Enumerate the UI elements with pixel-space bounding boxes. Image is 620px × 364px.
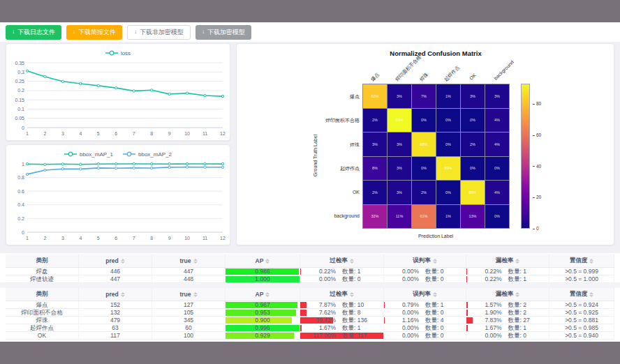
column-header-漏检率[interactable]: 漏检率 — [466, 255, 549, 267]
download-log-button[interactable]: ↓ 下载日志文件 — [6, 25, 61, 40]
pred-count-cell: 132 — [79, 309, 152, 317]
rate-values: 7.62%数量: 8 — [300, 309, 383, 316]
confusion-matrix-grid: 82%3%7%1%3%3%2%93%0%0%0%4%3%3%88%0%2%4%8… — [362, 84, 510, 229]
overdetect-rate-cell: 1.67%数量: 1 — [300, 324, 384, 332]
class-name-cell: 焊盘 — [6, 268, 79, 275]
column-header-误判率[interactable]: 误判率 — [384, 255, 466, 267]
rate-values: 7.87%数量: 10 — [300, 301, 383, 308]
matrix-cell: 3% — [388, 84, 412, 109]
svg-text:3: 3 — [61, 131, 64, 136]
download-report-button[interactable]: ↓ 下载简报文件 — [66, 25, 122, 40]
svg-text:1: 1 — [26, 131, 29, 136]
colorbar-tick: 60 — [533, 132, 541, 137]
svg-text:7: 7 — [133, 236, 135, 241]
matrix-cell: 7% — [412, 84, 436, 109]
matrix-cell: 32% — [363, 205, 388, 229]
misjudge-rate-cell: 0.00%数量: 0 — [384, 275, 466, 283]
ap-value: 1.000 — [226, 275, 300, 282]
matrix-cell: 0% — [485, 157, 510, 181]
column-header-置信度[interactable]: 置信度 — [549, 288, 614, 301]
column-header-label: 漏检率 — [496, 290, 514, 298]
true-count-cell: 60 — [152, 324, 226, 332]
matrix-cell: 2% — [363, 181, 388, 205]
sort-caret-icon — [350, 259, 354, 264]
ap-value: 0.967 — [226, 301, 300, 308]
svg-text:5: 5 — [97, 131, 100, 136]
column-header-置信度[interactable]: 置信度 — [549, 255, 614, 267]
miss-rate-cell: 0.22%数量: 1 — [466, 275, 549, 283]
ap-value: 0.929 — [226, 332, 300, 339]
svg-text:0.25: 0.25 — [15, 79, 24, 84]
svg-text:0.05: 0.05 — [15, 116, 24, 121]
svg-text:11: 11 — [202, 236, 207, 241]
column-header-AP[interactable]: AP — [226, 255, 300, 267]
column-header-true[interactable]: true — [152, 255, 226, 267]
column-header-AP[interactable]: AP — [226, 288, 300, 301]
svg-text:0.6: 0.6 — [17, 189, 24, 194]
sort-caret-icon — [265, 292, 270, 297]
column-header-漏检率[interactable]: 漏检率 — [466, 288, 549, 301]
column-header-pred[interactable]: pred — [79, 288, 152, 301]
column-header-类别: 类别 — [6, 288, 79, 301]
rate-values: 117.00%数量: 117 — [300, 332, 383, 339]
rate-values: 1.16%数量: 4 — [384, 317, 466, 324]
confidence-cell: >0.5 = 0.924 — [549, 301, 614, 309]
matrix-cell: 0% — [412, 109, 436, 133]
rate-values: 0.22%数量: 1 — [466, 275, 549, 282]
window-chrome-bottom — [0, 342, 620, 364]
column-header-过检率[interactable]: 过检率 — [300, 288, 384, 301]
download-icon: ↓ — [12, 29, 15, 35]
sort-caret-icon — [515, 292, 519, 297]
confidence-cell: >0.5 = 0.925 — [549, 309, 614, 317]
loss-chart: 00.050.10.150.20.250.30.3512345678910111… — [8, 59, 230, 137]
svg-text:6: 6 — [115, 236, 117, 241]
ap-cell: 0.929 — [226, 332, 300, 340]
download-encrypted-model-button[interactable]: ↓ 下载加密模型 — [195, 25, 251, 40]
svg-text:9: 9 — [168, 236, 171, 241]
column-header-label: 过检率 — [330, 290, 348, 298]
rate-values: 0.00%数量: 0 — [384, 275, 466, 282]
legend-item-bbox_mAP_2[interactable]: bbox_mAP_2 — [123, 151, 172, 158]
column-header-label: 置信度 — [570, 290, 588, 298]
class-name-cell: OK — [6, 332, 79, 340]
legend-item-loss[interactable]: loss — [105, 50, 131, 56]
svg-text:7: 7 — [133, 131, 135, 136]
true-count-cell: 448 — [152, 275, 226, 283]
column-header-过检率[interactable]: 过检率 — [300, 255, 384, 267]
ap-value: 0.900 — [226, 317, 300, 324]
ap-cell: 0.967 — [226, 301, 300, 309]
metrics-tables-section: 类别predtrueAP过检率误判率漏检率置信度焊盘4464470.9860.2… — [0, 253, 620, 342]
legend-marker-icon — [105, 50, 118, 56]
rate-values: 7.83%数量: 27 — [466, 317, 549, 324]
true-count-cell: 127 — [152, 301, 226, 309]
map-chart-legend: bbox_mAP_1bbox_mAP_2 — [6, 149, 230, 159]
misjudge-rate-cell: 0.00%数量: 0 — [384, 268, 466, 275]
column-header-pred[interactable]: pred — [79, 255, 152, 267]
svg-text:12: 12 — [220, 131, 226, 136]
column-header-true[interactable]: true — [152, 288, 226, 301]
rate-values: 1.57%数量: 2 — [466, 301, 549, 308]
pred-count-cell: 479 — [79, 317, 152, 324]
download-icon: ↓ — [134, 29, 137, 35]
matrix-cell: 89% — [461, 181, 485, 205]
legend-item-bbox_mAP_1[interactable]: bbox_mAP_1 — [64, 151, 113, 158]
ap-value: 0.996 — [226, 324, 300, 331]
download-icon: ↓ — [73, 29, 75, 35]
matrix-cell: 4% — [485, 109, 510, 133]
matrix-cell: 2% — [461, 132, 485, 157]
column-header-label: AP — [256, 291, 264, 298]
table-row: OK1171000.929117.00%数量: 1170.00%数量: 00.0… — [6, 332, 614, 340]
svg-text:1: 1 — [22, 162, 24, 167]
rate-values: 1.67%数量: 1 — [466, 324, 549, 331]
column-header-label: true — [179, 257, 191, 264]
svg-text:0.2: 0.2 — [17, 88, 24, 93]
loss-chart-card: loss 00.050.10.150.20.250.30.35123456789… — [6, 43, 230, 141]
column-header-误判率[interactable]: 误判率 — [384, 288, 466, 301]
sort-caret-icon — [433, 259, 437, 264]
rate-values: 1.90%数量: 2 — [466, 309, 549, 316]
svg-text:0.15: 0.15 — [15, 98, 24, 103]
svg-text:0.4: 0.4 — [17, 202, 24, 207]
confidence-cell: >0.5 = 0.985 — [549, 324, 614, 332]
svg-text:10: 10 — [184, 236, 190, 241]
download-unencrypted-model-button[interactable]: ↓ 下载非加密模型 — [127, 25, 191, 40]
